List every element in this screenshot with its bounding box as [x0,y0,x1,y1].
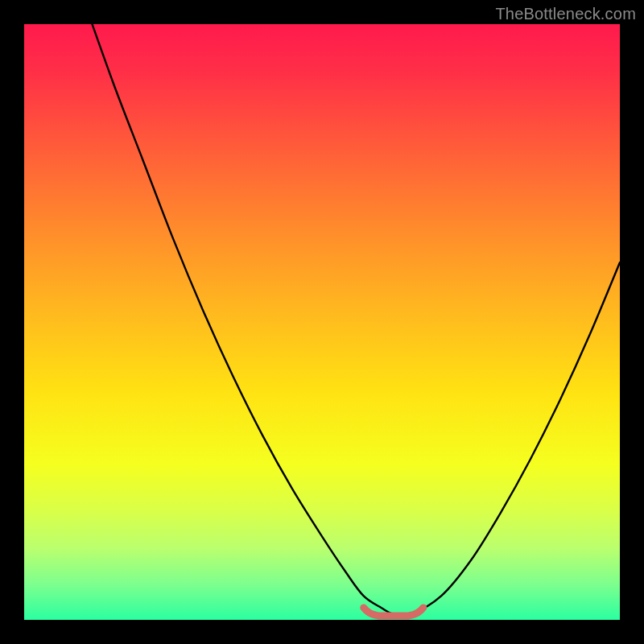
watermark-text: TheBottleneck.com [495,5,636,23]
bottleneck-curve [24,24,620,616]
plot-area [24,24,620,620]
curve-svg [24,24,620,620]
highlight-segment [364,608,423,616]
chart-frame: TheBottleneck.com [0,0,644,644]
